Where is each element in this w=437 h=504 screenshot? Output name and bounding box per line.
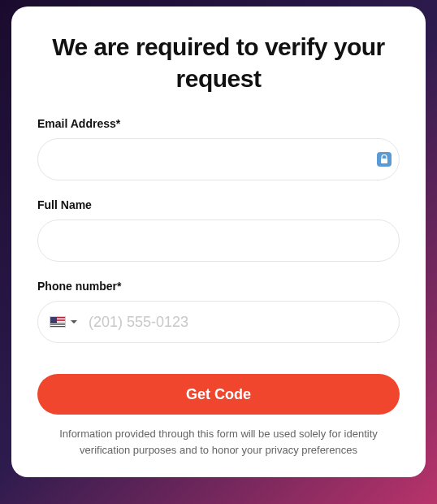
email-input[interactable] <box>37 138 400 180</box>
get-code-button[interactable]: Get Code <box>37 374 400 415</box>
email-field-group: Email Address* <box>37 117 400 180</box>
lock-icon <box>377 152 392 167</box>
country-selector[interactable] <box>50 316 85 328</box>
phone-label: Phone number* <box>37 280 400 293</box>
phone-field-group: Phone number* <box>37 280 400 343</box>
fullname-label: Full Name <box>37 198 400 211</box>
disclaimer-text: Information provided through this form w… <box>37 426 400 458</box>
email-label: Email Address* <box>37 117 400 130</box>
verification-form-card: We are required to verify your request E… <box>11 7 426 477</box>
email-input-wrapper <box>37 138 400 180</box>
chevron-down-icon <box>71 320 77 324</box>
fullname-input[interactable] <box>37 219 400 262</box>
fullname-field-group: Full Name <box>37 198 400 262</box>
phone-input-wrapper <box>37 301 400 343</box>
form-title: We are required to verify your request <box>37 31 400 94</box>
phone-input[interactable] <box>85 302 399 342</box>
us-flag-icon <box>50 316 66 328</box>
svg-rect-0 <box>381 159 387 163</box>
